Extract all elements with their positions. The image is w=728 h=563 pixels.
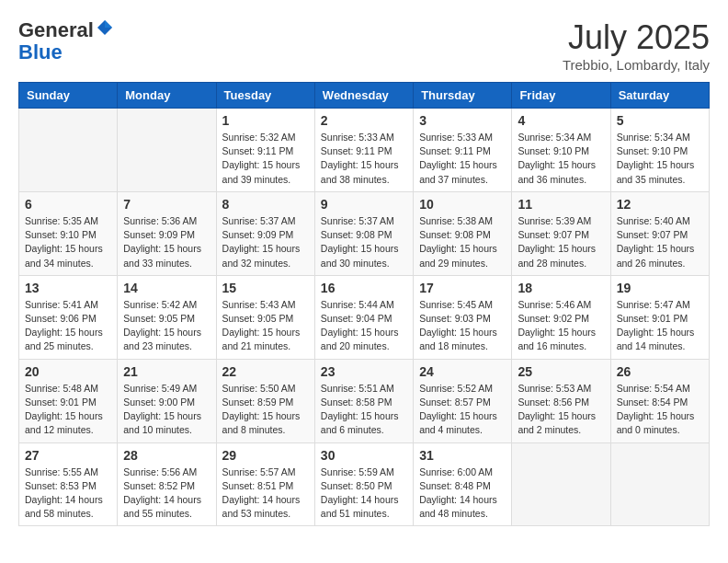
day-info: Sunrise: 5:56 AM Sunset: 8:52 PM Dayligh…	[123, 465, 210, 522]
title-block: July 2025 Trebbio, Lombardy, Italy	[563, 18, 710, 73]
day-number: 16	[321, 281, 407, 295]
day-info: Sunrise: 5:40 AM Sunset: 9:07 PM Dayligh…	[617, 214, 703, 270]
calendar-table: SundayMondayTuesdayWednesdayThursdayFrid…	[18, 82, 710, 526]
logo: General Blue	[18, 18, 114, 63]
calendar-cell: 5Sunrise: 5:34 AM Sunset: 9:10 PM Daylig…	[610, 109, 709, 192]
day-info: Sunrise: 5:49 AM Sunset: 9:00 PM Dayligh…	[123, 382, 210, 438]
day-info: Sunrise: 5:38 AM Sunset: 9:08 PM Dayligh…	[419, 214, 506, 270]
day-info: Sunrise: 5:37 AM Sunset: 9:08 PM Dayligh…	[321, 214, 407, 270]
calendar-cell: 28Sunrise: 5:56 AM Sunset: 8:52 PM Dayli…	[118, 442, 216, 526]
calendar-cell	[19, 109, 118, 192]
day-info: Sunrise: 5:44 AM Sunset: 9:04 PM Dayligh…	[321, 298, 407, 354]
calendar-cell: 8Sunrise: 5:37 AM Sunset: 9:09 PM Daylig…	[216, 191, 314, 275]
day-info: Sunrise: 5:55 AM Sunset: 8:53 PM Dayligh…	[25, 465, 111, 522]
day-number: 22	[222, 364, 309, 379]
day-number: 3	[419, 113, 506, 128]
day-info: Sunrise: 5:52 AM Sunset: 8:57 PM Dayligh…	[419, 382, 506, 438]
day-info: Sunrise: 5:32 AM Sunset: 9:11 PM Dayligh…	[222, 131, 309, 187]
calendar-cell	[610, 442, 709, 526]
calendar-cell: 24Sunrise: 5:52 AM Sunset: 8:57 PM Dayli…	[414, 359, 512, 442]
calendar-cell	[512, 442, 610, 526]
calendar-week-row: 20Sunrise: 5:48 AM Sunset: 9:01 PM Dayli…	[19, 359, 710, 442]
day-number: 17	[419, 281, 506, 295]
day-info: Sunrise: 5:51 AM Sunset: 8:58 PM Dayligh…	[321, 382, 407, 438]
day-info: Sunrise: 5:42 AM Sunset: 9:05 PM Dayligh…	[123, 298, 210, 354]
day-info: Sunrise: 5:34 AM Sunset: 9:10 PM Dayligh…	[518, 131, 604, 187]
calendar-cell: 14Sunrise: 5:42 AM Sunset: 9:05 PM Dayli…	[118, 275, 216, 359]
header-day: Monday	[118, 83, 216, 109]
calendar-cell: 27Sunrise: 5:55 AM Sunset: 8:53 PM Dayli…	[19, 442, 118, 526]
calendar-cell: 1Sunrise: 5:32 AM Sunset: 9:11 PM Daylig…	[216, 109, 314, 192]
day-info: Sunrise: 5:39 AM Sunset: 9:07 PM Dayligh…	[518, 214, 604, 270]
day-number: 21	[123, 364, 210, 379]
calendar-week-row: 6Sunrise: 5:35 AM Sunset: 9:10 PM Daylig…	[19, 191, 710, 275]
day-number: 24	[419, 364, 506, 379]
day-number: 8	[222, 197, 309, 212]
calendar-cell: 9Sunrise: 5:37 AM Sunset: 9:08 PM Daylig…	[314, 191, 413, 275]
calendar-cell: 31Sunrise: 6:00 AM Sunset: 8:48 PM Dayli…	[414, 442, 512, 526]
day-number: 27	[25, 448, 111, 463]
calendar-cell	[118, 109, 216, 192]
calendar-cell: 7Sunrise: 5:36 AM Sunset: 9:09 PM Daylig…	[118, 191, 216, 275]
day-info: Sunrise: 5:48 AM Sunset: 9:01 PM Dayligh…	[25, 382, 111, 438]
calendar-cell: 17Sunrise: 5:45 AM Sunset: 9:03 PM Dayli…	[414, 275, 512, 359]
location: Trebbio, Lombardy, Italy	[563, 57, 710, 73]
day-number: 15	[222, 281, 309, 295]
day-info: Sunrise: 5:45 AM Sunset: 9:03 PM Dayligh…	[419, 298, 506, 354]
day-info: Sunrise: 5:54 AM Sunset: 8:54 PM Dayligh…	[617, 382, 703, 438]
calendar-cell: 22Sunrise: 5:50 AM Sunset: 8:59 PM Dayli…	[216, 359, 314, 442]
calendar-cell: 29Sunrise: 5:57 AM Sunset: 8:51 PM Dayli…	[216, 442, 314, 526]
day-number: 18	[518, 281, 604, 295]
day-info: Sunrise: 6:00 AM Sunset: 8:48 PM Dayligh…	[419, 465, 506, 522]
day-info: Sunrise: 5:46 AM Sunset: 9:02 PM Dayligh…	[518, 298, 604, 354]
day-info: Sunrise: 5:33 AM Sunset: 9:11 PM Dayligh…	[419, 131, 506, 187]
day-number: 31	[419, 448, 506, 463]
day-number: 29	[222, 448, 309, 463]
day-number: 19	[617, 281, 703, 295]
header-day: Wednesday	[314, 83, 413, 109]
calendar-cell: 12Sunrise: 5:40 AM Sunset: 9:07 PM Dayli…	[610, 191, 709, 275]
calendar-header-row: SundayMondayTuesdayWednesdayThursdayFrid…	[19, 83, 710, 109]
calendar-cell: 11Sunrise: 5:39 AM Sunset: 9:07 PM Dayli…	[512, 191, 610, 275]
day-number: 5	[617, 113, 703, 128]
calendar-cell: 21Sunrise: 5:49 AM Sunset: 9:00 PM Dayli…	[118, 359, 216, 442]
day-info: Sunrise: 5:59 AM Sunset: 8:50 PM Dayligh…	[321, 465, 407, 522]
calendar-week-row: 13Sunrise: 5:41 AM Sunset: 9:06 PM Dayli…	[19, 275, 710, 359]
day-number: 30	[321, 448, 407, 463]
header-day: Saturday	[610, 83, 709, 109]
day-number: 9	[321, 197, 407, 212]
calendar-cell: 10Sunrise: 5:38 AM Sunset: 9:08 PM Dayli…	[414, 191, 512, 275]
calendar-cell: 26Sunrise: 5:54 AM Sunset: 8:54 PM Dayli…	[610, 359, 709, 442]
day-number: 4	[518, 113, 604, 128]
calendar-cell: 16Sunrise: 5:44 AM Sunset: 9:04 PM Dayli…	[314, 275, 413, 359]
logo-blue: Blue	[18, 40, 63, 63]
page-header: General Blue July 2025 Trebbio, Lombardy…	[18, 18, 710, 73]
day-info: Sunrise: 5:57 AM Sunset: 8:51 PM Dayligh…	[222, 465, 309, 522]
calendar-week-row: 27Sunrise: 5:55 AM Sunset: 8:53 PM Dayli…	[19, 442, 710, 526]
calendar-cell: 23Sunrise: 5:51 AM Sunset: 8:58 PM Dayli…	[314, 359, 413, 442]
header-day: Thursday	[414, 83, 512, 109]
day-number: 2	[321, 113, 407, 128]
calendar-cell: 13Sunrise: 5:41 AM Sunset: 9:06 PM Dayli…	[19, 275, 118, 359]
calendar-cell: 18Sunrise: 5:46 AM Sunset: 9:02 PM Dayli…	[512, 275, 610, 359]
day-number: 14	[123, 281, 210, 295]
day-info: Sunrise: 5:50 AM Sunset: 8:59 PM Dayligh…	[222, 382, 309, 438]
calendar-cell: 6Sunrise: 5:35 AM Sunset: 9:10 PM Daylig…	[19, 191, 118, 275]
day-info: Sunrise: 5:34 AM Sunset: 9:10 PM Dayligh…	[617, 131, 703, 187]
logo-icon	[96, 18, 114, 37]
day-number: 7	[123, 197, 210, 212]
day-number: 6	[25, 197, 111, 212]
svg-marker-1	[105, 20, 112, 28]
header-day: Tuesday	[216, 83, 314, 109]
calendar-cell: 4Sunrise: 5:34 AM Sunset: 9:10 PM Daylig…	[512, 109, 610, 192]
day-number: 10	[419, 197, 506, 212]
calendar-cell: 25Sunrise: 5:53 AM Sunset: 8:56 PM Dayli…	[512, 359, 610, 442]
calendar-cell: 20Sunrise: 5:48 AM Sunset: 9:01 PM Dayli…	[19, 359, 118, 442]
day-info: Sunrise: 5:47 AM Sunset: 9:01 PM Dayligh…	[617, 298, 703, 354]
month-title: July 2025	[563, 18, 710, 57]
calendar-cell: 3Sunrise: 5:33 AM Sunset: 9:11 PM Daylig…	[414, 109, 512, 192]
day-info: Sunrise: 5:35 AM Sunset: 9:10 PM Dayligh…	[25, 214, 111, 270]
calendar-cell: 30Sunrise: 5:59 AM Sunset: 8:50 PM Dayli…	[314, 442, 413, 526]
calendar-week-row: 1Sunrise: 5:32 AM Sunset: 9:11 PM Daylig…	[19, 109, 710, 192]
day-number: 28	[123, 448, 210, 463]
